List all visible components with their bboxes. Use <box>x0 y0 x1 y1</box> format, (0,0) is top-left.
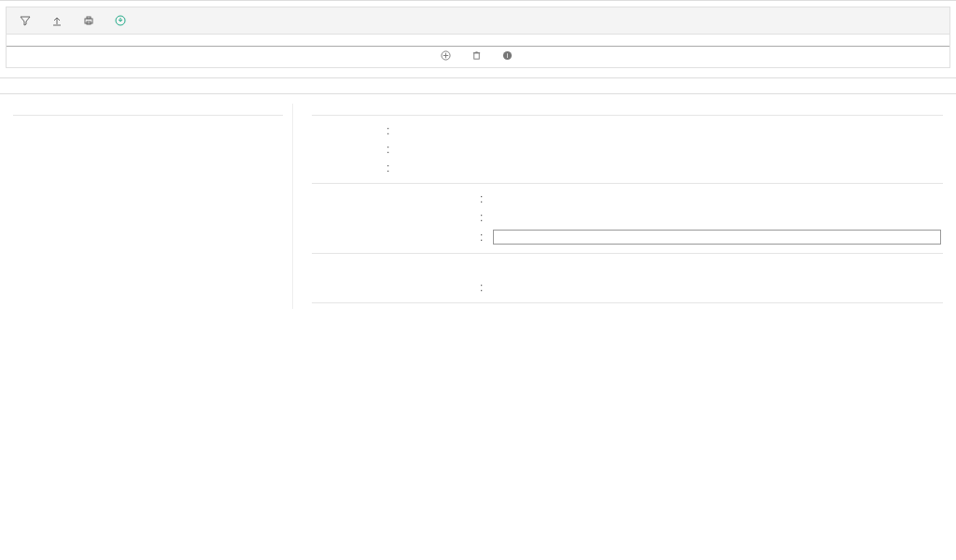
table-toolbar <box>6 7 950 35</box>
server-label <box>312 143 387 156</box>
action-delete[interactable] <box>13 121 283 129</box>
advanced-filter-button[interactable] <box>20 15 35 26</box>
protocol-label <box>312 124 387 137</box>
info-button[interactable]: i <box>502 50 515 61</box>
download-firmware-button[interactable] <box>115 15 130 26</box>
print-icon <box>83 15 94 26</box>
svg-rect-5 <box>474 53 480 59</box>
action-restart-download <box>13 129 283 136</box>
progress-bar <box>493 230 941 245</box>
details-panel: : : : : : : <box>0 94 956 328</box>
export-button[interactable] <box>51 15 66 26</box>
remote-result-label <box>312 281 480 294</box>
export-icon <box>51 15 63 26</box>
details-title <box>0 77 956 93</box>
table-action-bar: i <box>6 47 950 68</box>
top-tabs <box>0 0 956 1</box>
info-icon: i <box>502 50 513 61</box>
table-header <box>7 35 949 47</box>
svg-rect-1 <box>87 17 91 19</box>
delete-button[interactable] <box>471 50 485 61</box>
trash-icon <box>471 50 482 61</box>
download-icon <box>115 15 126 26</box>
properties-column: : : : : : : <box>312 104 943 309</box>
downloads-table <box>6 35 950 47</box>
print-button[interactable] <box>83 15 98 26</box>
filename-label <box>312 161 387 175</box>
transfer-state-label <box>312 192 480 205</box>
add-button[interactable] <box>441 50 454 61</box>
filter-icon <box>20 15 31 26</box>
size-label <box>312 211 480 224</box>
actions-column <box>13 104 293 309</box>
plus-icon <box>441 50 451 61</box>
current-task-text <box>312 259 943 278</box>
